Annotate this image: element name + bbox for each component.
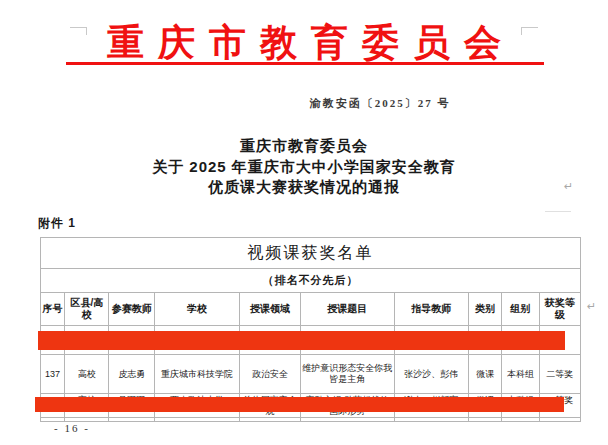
col-group: 区县/高校 [65, 293, 109, 326]
cell-field: 政治安全 [240, 355, 300, 394]
cell-school: 重庆城市科技学院 [154, 355, 240, 394]
paragraph-return-icon: ↵ [587, 301, 596, 312]
col-field: 授课领域 [240, 293, 300, 326]
notice-title: 重庆市教育委员会 关于 2025 年重庆市大中小学国家安全教育 优质课大赛获奖情… [0, 136, 608, 198]
cell-seq: 137 [41, 355, 65, 394]
table-row-sliver [41, 418, 581, 422]
redaction-bar [38, 331, 565, 350]
cell-advisors: 张沙沙、彭伟 [394, 355, 469, 394]
table-title: 视频课获奖名单 [41, 238, 581, 269]
notice-title-line2: 关于 2025 年重庆市大中小学国家安全教育 [0, 157, 608, 178]
col-school: 学校 [154, 293, 240, 326]
col-advisors: 指导教师 [394, 293, 469, 326]
table-header-row: 序号 区县/高校 参赛教师 学校 授课领域 授课题目 指导教师 类别 组别 获奖… [41, 293, 581, 326]
redaction-bar [35, 397, 564, 412]
table-row: 137 高校 皮志勇 重庆城市科技学院 政治安全 维护意识形态安全你我皆是主角 … [41, 355, 581, 394]
col-category: 类别 [469, 293, 502, 326]
letterhead-org-name: 重庆市教育委员会 [0, 18, 608, 68]
col-topic: 授课题目 [300, 293, 394, 326]
awards-table: 视频课获奖名单 （排名不分先后） 序号 区县/高校 参赛教师 学校 授课领域 授… [40, 237, 581, 422]
col-seq: 序号 [41, 293, 65, 326]
cell-teacher: 皮志勇 [109, 355, 154, 394]
cell-award: 二等奖 [539, 355, 580, 394]
notice-title-line1: 重庆市教育委员会 [0, 136, 608, 157]
col-teacher: 参赛教师 [109, 293, 154, 326]
attachment-label: 附件 1 [38, 215, 76, 232]
table-subtitle-row: （排名不分先后） [41, 269, 581, 293]
document-number: 渝教安函〔2025〕27 号 [295, 96, 465, 111]
document-page: 重庆市教育委员会 渝教安函〔2025〕27 号 重庆市教育委员会 关于 2025… [0, 0, 608, 445]
table-subtitle: （排名不分先后） [41, 269, 581, 293]
col-division: 组别 [502, 293, 539, 326]
notice-title-line3: 优质课大赛获奖情况的通报 [0, 177, 608, 198]
cell-category: 微课 [469, 355, 502, 394]
letterhead-rule [66, 62, 544, 65]
cell-group: 高校 [65, 355, 109, 394]
page-number: - 16 - [54, 422, 90, 434]
cell-topic: 维护意识形态安全你我皆是主角 [300, 355, 394, 394]
col-award: 获奖等级 [539, 293, 580, 326]
cell-division: 本科组 [502, 355, 539, 394]
table-title-row: 视频课获奖名单 [41, 238, 581, 269]
page-break-dash-icon [545, 211, 571, 212]
paragraph-return-icon: ↵ [564, 181, 573, 192]
